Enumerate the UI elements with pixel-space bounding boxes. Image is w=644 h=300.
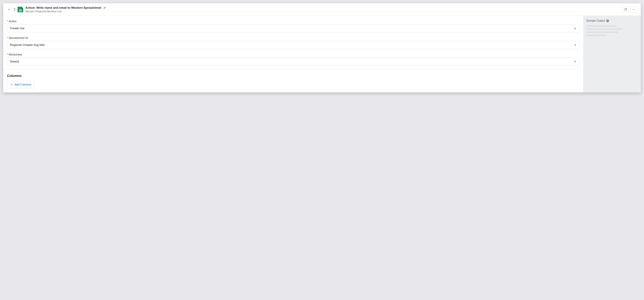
header-actions — [622, 6, 637, 13]
refresh-button[interactable] — [622, 6, 629, 13]
placeholder-line — [586, 32, 618, 33]
step-subtitle: Western Regional Member List — [25, 10, 620, 13]
step-header: 2 Action: Write name and email to Wester… — [3, 3, 641, 16]
step-body: *Action *Spreadsheet ID — [3, 16, 641, 92]
clear-action-button[interactable] — [571, 24, 579, 32]
add-columns-button[interactable]: Add Columns — [7, 81, 34, 88]
collapse-toggle[interactable] — [7, 7, 11, 12]
svg-point-2 — [634, 9, 635, 10]
step-title: Action: Write name and email to Western … — [25, 6, 101, 10]
spreadsheet-select[interactable] — [7, 41, 580, 49]
field-spreadsheet-id: *Spreadsheet ID — [7, 36, 580, 49]
action-step-card: 2 Action: Write name and email to Wester… — [3, 3, 641, 92]
action-select[interactable] — [7, 24, 580, 32]
placeholder-line — [586, 25, 616, 27]
placeholder-line — [586, 28, 622, 30]
svg-point-0 — [633, 9, 633, 10]
placeholder-line — [586, 34, 606, 36]
field-worksheet: *Worksheet — [7, 53, 580, 66]
worksheet-select[interactable] — [7, 58, 580, 66]
field-label-action: *Action — [7, 20, 580, 23]
sample-output-panel: Sample Output i — [583, 16, 641, 92]
action-input[interactable] — [7, 24, 571, 32]
required-indicator: * — [7, 36, 8, 40]
svg-point-1 — [634, 9, 634, 10]
info-icon[interactable]: i — [606, 20, 609, 22]
clear-worksheet-button[interactable] — [571, 58, 579, 66]
dots-horizontal-icon — [632, 8, 635, 11]
form-area: *Action *Spreadsheet ID — [3, 16, 583, 92]
field-label-spreadsheet-id: *Spreadsheet ID — [7, 36, 580, 40]
clear-spreadsheet-button[interactable] — [571, 41, 579, 49]
chevron-down-icon — [8, 8, 11, 11]
plus-icon — [10, 83, 13, 86]
google-sheets-icon — [18, 7, 23, 12]
field-label-worksheet: *Worksheet — [7, 53, 580, 56]
close-icon — [574, 60, 576, 63]
add-columns-label: Add Columns — [14, 83, 31, 86]
worksheet-input[interactable] — [7, 58, 571, 66]
required-indicator: * — [7, 20, 8, 23]
spreadsheet-input[interactable] — [7, 41, 571, 49]
pencil-icon — [104, 6, 106, 9]
field-action: *Action — [7, 20, 580, 32]
more-actions-button[interactable] — [630, 6, 637, 13]
refresh-icon — [624, 8, 627, 11]
columns-heading: Columns — [7, 74, 580, 78]
sample-output-heading: Sample Output i — [586, 19, 638, 22]
step-number: 2 — [14, 8, 16, 12]
close-icon — [574, 27, 576, 30]
close-icon — [574, 44, 576, 46]
required-indicator: * — [7, 53, 8, 56]
edit-title-button[interactable] — [103, 6, 107, 10]
title-block: Action: Write name and email to Western … — [25, 6, 620, 13]
